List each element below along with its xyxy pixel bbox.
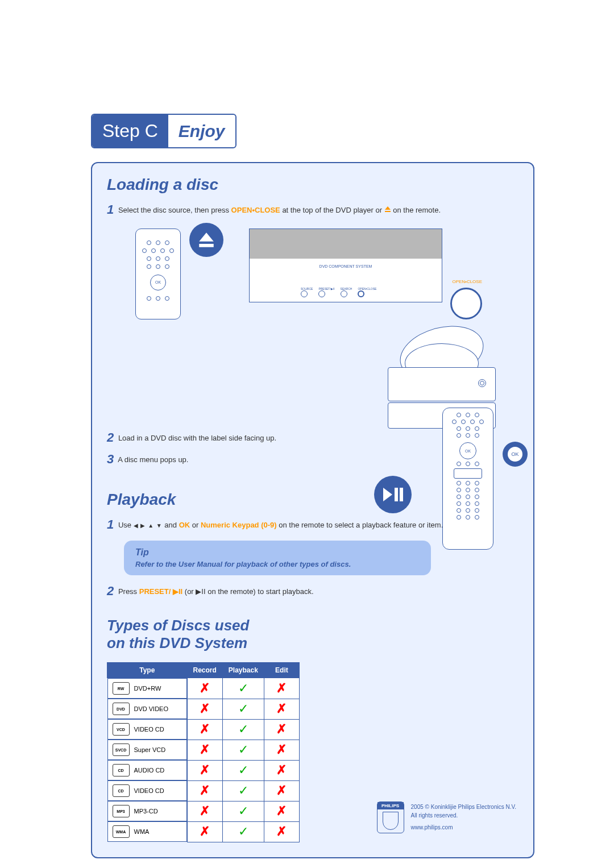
disc-logo-icon: MP3 <box>113 805 130 817</box>
disc-logo-icon: SVCD <box>113 744 130 756</box>
type-cell: MP3MP3-CD <box>107 801 187 821</box>
footer: PHILIPS 2005 © Koninklijie Philips Elect… <box>377 801 516 833</box>
section-title-types: Types of Discs used on this DVD System <box>107 617 518 652</box>
check-icon: ✓ <box>238 763 248 777</box>
edit-cell: ✗ <box>264 760 299 780</box>
disc-logo-icon: CD <box>113 784 130 797</box>
disc-name: AUDIO CD <box>134 767 165 774</box>
eject-callout-icon <box>189 223 223 257</box>
record-cell: ✗ <box>187 678 222 699</box>
disc-name: WMA <box>134 828 150 835</box>
keyword-numeric-keypad: Numeric Keypad (0-9) <box>201 521 277 529</box>
tip-title: Tip <box>135 547 420 558</box>
step-number: 2 <box>107 584 114 598</box>
step-number: 1 <box>107 517 114 531</box>
record-cell: ✗ <box>187 740 222 760</box>
check-icon: ✓ <box>238 742 248 757</box>
record-cell: ✗ <box>187 801 222 821</box>
step-label: Step C <box>92 115 168 147</box>
col-edit: Edit <box>264 663 299 678</box>
check-icon: ✓ <box>238 701 248 716</box>
table-row: SVCDSuper VCD✗✓✗ <box>107 740 300 760</box>
check-icon: ✓ <box>238 804 248 818</box>
edit-cell: ✗ <box>264 699 299 719</box>
disc-logo-icon: CD <box>113 764 130 776</box>
copyright-text: 2005 © Koninklijie Philips Electronics N… <box>411 803 516 811</box>
step-number: 3 <box>107 452 114 466</box>
col-record: Record <box>187 663 222 678</box>
disc-types-table: Type Record Playback Edit RWDVD+RW✗✓✗DVD… <box>107 662 300 842</box>
cross-icon: ✗ <box>200 824 210 838</box>
playback-step-2: 2 Press PRESET/ ▶II (or ▶II on the remot… <box>107 583 518 600</box>
step-title: Enjoy <box>168 116 235 147</box>
step-number: 1 <box>107 202 114 217</box>
play-pause-icon: ▶II <box>196 587 205 596</box>
philips-logo: PHILIPS <box>377 801 404 833</box>
disc-name: DVD VIDEO <box>134 705 169 712</box>
table-row: VCDVIDEO CD✗✓✗ <box>107 719 300 740</box>
table-row: MP3MP3-CD✗✓✗ <box>107 801 300 821</box>
record-cell: ✗ <box>187 821 222 842</box>
cross-icon: ✗ <box>200 681 210 695</box>
type-cell: RWDVD+RW <box>107 678 187 699</box>
disc-name: Super VCD <box>134 746 166 753</box>
cross-icon: ✗ <box>200 742 210 757</box>
open-close-callout-icon <box>450 288 482 319</box>
playback-cell: ✓ <box>222 801 264 821</box>
play-pause-callout-icon <box>374 476 412 513</box>
play-pause-icon: ▶II <box>171 587 182 596</box>
col-type: Type <box>107 663 188 678</box>
disc-name: DVD+RW <box>134 685 161 692</box>
cross-icon: ✗ <box>200 783 210 798</box>
playback-cell: ✓ <box>222 719 264 740</box>
playback-cell: ✓ <box>222 821 264 842</box>
playback-cell: ✓ <box>222 699 264 719</box>
type-cell: CDAUDIO CD <box>107 760 187 780</box>
type-cell: SVCDSuper VCD <box>107 740 187 760</box>
cross-icon: ✗ <box>200 722 210 736</box>
cross-icon: ✗ <box>276 783 287 798</box>
playback-cell: ✓ <box>222 678 264 699</box>
record-cell: ✗ <box>187 760 222 780</box>
step-number: 2 <box>107 430 114 445</box>
type-cell: CDVIDEO CD <box>107 780 187 801</box>
cross-icon: ✗ <box>200 804 210 818</box>
record-cell: ✗ <box>187 780 222 801</box>
tip-text: Refer to the User Manual for playback of… <box>135 560 420 568</box>
tip-box: Tip Refer to the User Manual for playbac… <box>124 541 431 575</box>
disc-name: VIDEO CD <box>134 726 164 733</box>
disc-name: MP3-CD <box>134 808 158 815</box>
remote-large-diagram: OK <box>442 408 493 550</box>
type-cell: WMAWMA <box>107 821 187 842</box>
ok-callout-icon: OK <box>503 442 528 467</box>
section-title-loading: Loading a disc <box>107 176 518 194</box>
keyword-ok: OK <box>179 521 190 529</box>
ok-button-icon: OK <box>150 275 166 290</box>
disc-logo-icon: RW <box>113 682 130 695</box>
type-cell: VCDVIDEO CD <box>107 719 187 740</box>
disc-logo-icon: DVD <box>113 703 130 715</box>
cross-icon: ✗ <box>276 701 287 716</box>
open-close-label: OPEN•CLOSE <box>452 279 482 284</box>
cross-icon: ✗ <box>200 701 210 716</box>
dvd-player-diagram: DVD COMPONENT SYSTEM SOURCE PRESET/▶II S… <box>249 229 442 302</box>
check-icon: ✓ <box>238 681 248 695</box>
eject-icon <box>384 206 391 215</box>
type-cell: DVDDVD VIDEO <box>107 699 187 719</box>
rights-text: All rights reserved. <box>411 811 516 820</box>
disc-name: VIDEO CD <box>134 787 164 794</box>
playback-cell: ✓ <box>222 740 264 760</box>
table-row: CDVIDEO CD✗✓✗ <box>107 780 300 801</box>
website-link[interactable]: www.philips.com <box>411 824 453 830</box>
loading-step-1: 1 Select the disc source, then press OPE… <box>107 202 518 218</box>
table-row: WMAWMA✗✓✗ <box>107 821 300 842</box>
check-icon: ✓ <box>238 783 248 798</box>
edit-cell: ✗ <box>264 740 299 760</box>
col-playback: Playback <box>222 663 264 678</box>
device-label: DVD COMPONENT SYSTEM <box>250 264 442 268</box>
check-icon: ✓ <box>238 722 248 736</box>
check-icon: ✓ <box>238 824 248 838</box>
edit-cell: ✗ <box>264 821 299 842</box>
cross-icon: ✗ <box>276 742 287 757</box>
keyword-open-close: OPEN•CLOSE <box>231 206 280 214</box>
